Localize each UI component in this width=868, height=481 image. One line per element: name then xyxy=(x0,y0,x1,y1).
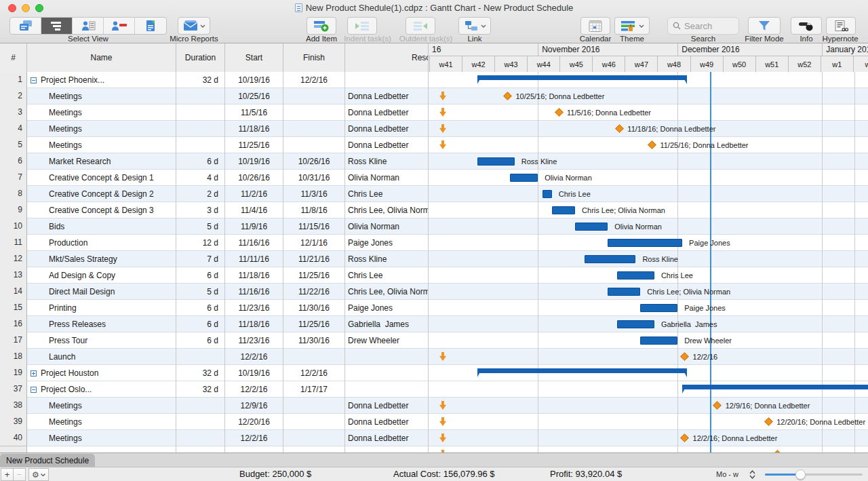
start-cell[interactable]: 11/23/16 xyxy=(225,332,283,349)
start-cell[interactable]: 10/19/16 xyxy=(225,365,283,381)
gantt-task-bar[interactable] xyxy=(608,239,682,247)
link-button[interactable] xyxy=(458,17,491,35)
row-number-cell[interactable]: 1 xyxy=(0,72,27,88)
row-number-cell[interactable]: 9 xyxy=(0,201,27,218)
task-name-cell[interactable]: Creative Concept & Design 3 xyxy=(27,202,176,218)
resources-cell[interactable]: Paige Jones xyxy=(345,300,429,316)
gantt-view-button[interactable] xyxy=(41,18,73,34)
finish-cell[interactable] xyxy=(283,349,345,365)
duration-cell[interactable]: 6 d xyxy=(176,267,225,284)
gantt-task-bar[interactable] xyxy=(585,255,636,263)
indent-button[interactable] xyxy=(347,17,377,35)
micro-reports-button[interactable] xyxy=(178,17,210,35)
row-number-cell[interactable]: 16 xyxy=(0,315,27,332)
row-number-cell[interactable]: 37 xyxy=(0,381,27,398)
start-cell[interactable]: 11/18/16 xyxy=(225,316,283,332)
row-number-cell[interactable]: 10 xyxy=(0,218,27,235)
duration-cell[interactable]: 32 d xyxy=(176,365,225,381)
gantt-summary-bar[interactable] xyxy=(682,385,868,393)
start-cell[interactable]: 12/2/16 xyxy=(225,381,283,398)
finish-cell[interactable]: 12/2/16 xyxy=(283,72,345,88)
finish-cell[interactable] xyxy=(283,104,345,121)
finish-cell[interactable]: 10/26/16 xyxy=(283,153,345,170)
duration-cell[interactable]: 32 d xyxy=(176,72,225,88)
row-number-cell[interactable]: 2 xyxy=(0,88,27,104)
task-name-cell[interactable]: Meetings xyxy=(27,430,176,446)
finish-cell[interactable]: 1/17/17 xyxy=(283,381,345,398)
resources-cell[interactable]: Chris Lee xyxy=(345,267,429,284)
gantt-summary-bar[interactable] xyxy=(477,368,687,377)
start-cell[interactable]: 11/16/16 xyxy=(225,235,283,251)
task-name-cell[interactable]: Launch xyxy=(27,349,176,365)
resources-cell[interactable]: Olivia Norman xyxy=(345,218,429,235)
resources-cell[interactable]: Donna Ledbetter xyxy=(345,398,429,414)
add-item-button[interactable] xyxy=(307,17,336,35)
milestone-diamond[interactable] xyxy=(680,352,689,361)
filter-mode-button[interactable] xyxy=(748,17,781,35)
row-number-cell[interactable]: 11 xyxy=(0,234,27,251)
resources-cell[interactable]: Paige Jones xyxy=(345,235,429,251)
resources-cell[interactable]: Donna Ledbetter xyxy=(345,137,429,153)
gantt-task-bar[interactable] xyxy=(477,157,515,166)
milestone-diamond[interactable] xyxy=(713,401,722,410)
report-view-button[interactable] xyxy=(135,18,166,34)
finish-cell[interactable] xyxy=(283,414,345,430)
row-number-cell[interactable]: 40 xyxy=(0,429,27,446)
finish-cell[interactable]: 11/22/16 xyxy=(283,284,345,300)
timescale-stepper[interactable] xyxy=(747,469,757,480)
collapse-icon[interactable] xyxy=(31,387,37,393)
add-row-button[interactable]: + xyxy=(1,468,14,481)
resources-cell[interactable]: Drew Wheeler xyxy=(345,332,429,349)
start-cell[interactable]: 11/18/16 xyxy=(225,267,283,284)
resources-cell[interactable]: Chris Lee, Olivia Norman xyxy=(345,202,429,218)
finish-cell[interactable] xyxy=(283,88,345,104)
calendar-button[interactable] xyxy=(580,17,610,35)
start-cell[interactable]: 11/5/16 xyxy=(225,104,283,121)
finish-cell[interactable]: 11/3/16 xyxy=(283,186,345,202)
task-name-cell[interactable]: Creative Concept & Design 2 xyxy=(27,186,176,202)
milestone-diamond[interactable] xyxy=(503,92,512,100)
resources-cell[interactable] xyxy=(345,349,429,365)
row-number-cell[interactable]: 8 xyxy=(0,185,27,202)
gantt-task-bar[interactable] xyxy=(542,190,552,198)
task-name-cell[interactable]: Meetings xyxy=(27,104,176,121)
finish-cell[interactable]: 11/8/16 xyxy=(283,202,345,218)
duration-cell[interactable] xyxy=(176,430,225,446)
finish-cell[interactable] xyxy=(283,121,345,137)
task-name-cell[interactable]: Project Phoenix... xyxy=(27,72,176,88)
gantt-task-bar[interactable] xyxy=(617,271,654,280)
gear-menu-button[interactable]: ⚙ xyxy=(28,468,49,481)
row-number-cell[interactable]: 14 xyxy=(0,283,27,300)
row-number-cell[interactable]: 13 xyxy=(0,267,27,284)
start-cell[interactable]: 10/25/16 xyxy=(225,88,283,104)
task-name-cell[interactable]: Printing xyxy=(27,300,176,316)
row-number-cell[interactable]: 12 xyxy=(0,250,27,267)
finish-cell[interactable]: 12/2/16 xyxy=(283,365,345,381)
resources-cell[interactable]: Ross Kline xyxy=(345,251,429,267)
start-cell[interactable]: 10/19/16 xyxy=(225,72,283,88)
duration-cell[interactable]: 32 d xyxy=(176,381,225,398)
resources-cell[interactable]: Chris Lee, Olivia Norman xyxy=(345,284,429,300)
start-cell[interactable]: 11/18/16 xyxy=(225,121,283,137)
task-name-cell[interactable]: Meetings xyxy=(27,121,176,137)
finish-cell[interactable]: 11/15/16 xyxy=(283,218,345,235)
row-number-cell[interactable]: 7 xyxy=(0,169,27,186)
milestone-diamond[interactable] xyxy=(555,108,564,117)
gantt-task-bar[interactable] xyxy=(552,206,575,214)
row-number-cell[interactable]: 4 xyxy=(0,120,27,137)
task-name-cell[interactable]: Mkt/Sales Strategy xyxy=(27,251,176,267)
resources-cell[interactable]: Donna Ledbetter xyxy=(345,430,429,446)
task-name-cell[interactable]: Press Releases xyxy=(27,316,176,332)
finish-cell[interactable]: 11/21/16 xyxy=(283,251,345,267)
task-name-cell[interactable]: Production xyxy=(27,235,176,251)
duration-cell[interactable]: 7 d xyxy=(176,251,225,267)
gantt-task-bar[interactable] xyxy=(608,288,640,296)
resources-cell[interactable]: Gabriella James xyxy=(345,316,429,332)
row-number-cell[interactable]: 38 xyxy=(0,397,27,414)
task-name-cell[interactable]: Meetings xyxy=(27,137,176,153)
task-name-cell[interactable]: Press Tour xyxy=(27,332,176,349)
finish-cell[interactable] xyxy=(283,398,345,414)
finish-cell[interactable]: 11/30/16 xyxy=(283,332,345,349)
duration-cell[interactable] xyxy=(176,137,225,153)
resources-cell[interactable]: Donna Ledbetter xyxy=(345,414,429,430)
